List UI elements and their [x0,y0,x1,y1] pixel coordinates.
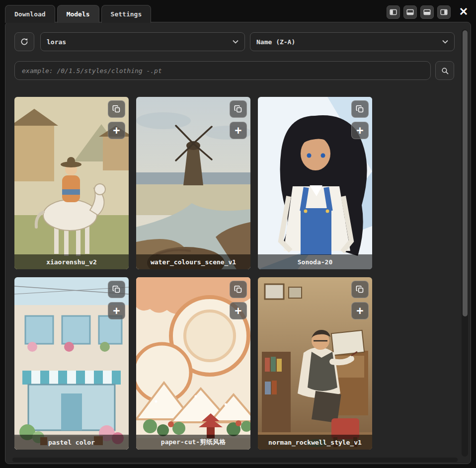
model-card-title: pastel color [14,435,129,450]
search-input[interactable] [14,61,431,80]
dock-right-button[interactable] [437,5,451,19]
refresh-button[interactable] [14,32,34,51]
chevron-down-icon [233,40,238,44]
sort-select[interactable]: Name (Z-A) [250,32,455,51]
search-icon [441,67,449,75]
copy-icon [234,285,243,294]
copy-model-button[interactable] [230,100,247,118]
vertical-scrollbar-thumb[interactable] [463,30,468,316]
tab-bar: Download Models Settings [5,4,471,22]
folder-select[interactable]: loras [40,32,245,51]
model-card[interactable]: + xiaorenshu_v2 [14,97,129,269]
dock-bottom-icon [406,8,414,16]
plus-icon: + [235,125,242,136]
add-model-button[interactable]: + [230,122,247,139]
models-panel: loras Name (Z-A) [5,22,471,464]
copy-model-button[interactable] [351,100,369,118]
add-model-button[interactable]: + [108,122,125,139]
model-card-title: paper-cut-剪纸风格 [136,435,250,450]
tab-download[interactable]: Download [5,5,55,23]
add-model-button[interactable]: + [351,302,369,319]
add-model-button[interactable]: + [108,302,125,319]
tab-settings-label: Settings [111,10,142,18]
model-card[interactable]: + pastel color [14,277,129,450]
model-card-title: norman_rockwell_style_v1 [258,435,372,450]
copy-icon [112,104,121,114]
model-card[interactable]: + water_colours_scene_v1 [136,97,250,269]
plus-icon: + [235,305,242,316]
close-button[interactable]: ✕ [456,4,471,19]
tab-download-label: Download [14,10,46,18]
dock-left-button[interactable] [387,5,400,19]
search-button[interactable] [435,61,454,80]
sort-select-value: Name (Z-A) [256,38,295,46]
copy-model-button[interactable] [230,281,247,298]
plus-icon: + [357,305,364,316]
copy-model-button[interactable] [351,281,369,298]
dock-bottom-button[interactable] [403,5,417,19]
tab-models[interactable]: Models [57,5,99,23]
close-icon: ✕ [459,6,468,17]
copy-model-button[interactable] [108,100,125,118]
copy-model-button[interactable] [108,281,125,298]
dock-right-icon [440,8,448,16]
copy-icon [355,285,365,294]
plus-icon: + [113,125,120,136]
tab-settings[interactable]: Settings [101,5,152,23]
window-controls: ✕ [387,4,471,22]
dock-left-icon [389,8,397,16]
vertical-scrollbar-track[interactable] [462,29,468,457]
copy-icon [355,104,365,114]
model-card-grid: + xiaorenshu_v2 [14,97,471,450]
copy-icon [234,104,243,114]
plus-icon: + [357,125,364,136]
chevron-down-icon [442,40,448,44]
horizontal-scrollbar-track[interactable] [12,458,458,462]
model-card-title: water_colours_scene_v1 [136,254,250,269]
model-card-title: Sonoda-20 [258,254,372,269]
folder-select-value: loras [47,38,66,46]
add-model-button[interactable]: + [351,122,369,139]
add-model-button[interactable]: + [230,302,247,319]
model-card[interactable]: + Sonoda-20 [258,97,372,269]
dock-bottom-large-button[interactable] [420,5,434,19]
model-card-title: xiaorenshu_v2 [14,254,129,269]
search-row [14,61,471,80]
tab-models-label: Models [67,10,90,18]
dock-bottom-large-icon [423,8,431,16]
model-card[interactable]: + paper-cut-剪纸风格 [136,277,250,450]
plus-icon: + [113,305,120,316]
copy-icon [112,285,121,294]
model-card[interactable]: + norman_rockwell_style_v1 [258,277,372,450]
toolbar: loras Name (Z-A) [14,32,471,51]
refresh-icon [20,37,29,46]
